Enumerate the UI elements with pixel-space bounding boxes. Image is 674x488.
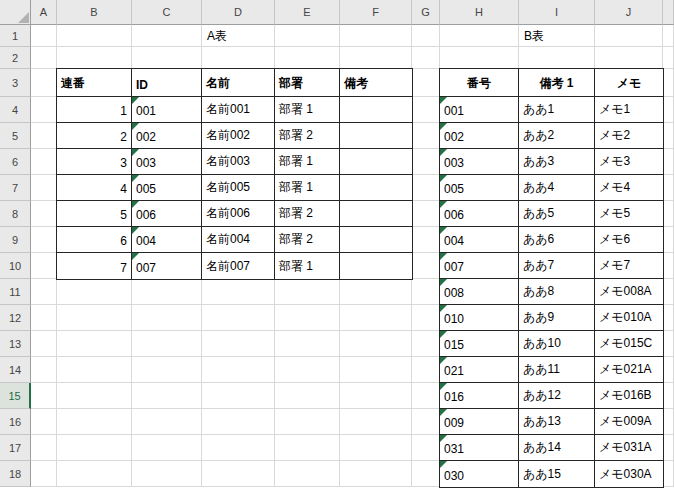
grid-cell[interactable] [275,357,340,383]
grid-cell[interactable] [663,279,674,305]
row-header-4[interactable]: 4 [0,97,31,123]
grid-cell[interactable] [31,409,57,435]
column-header-I[interactable]: I [519,0,595,25]
table-a-cell[interactable]: 3 [57,149,132,175]
row-header-17[interactable]: 17 [0,435,31,461]
grid-cell[interactable] [275,435,340,461]
grid-cell[interactable] [132,47,202,69]
row-header-16[interactable]: 16 [0,409,31,435]
grid-cell[interactable] [663,97,674,123]
grid-cell[interactable] [340,461,412,487]
table-a-cell[interactable]: 部署 1 [275,97,340,123]
grid-cell[interactable] [132,305,202,331]
row-header-9[interactable]: 9 [0,227,31,253]
table-b-cell[interactable]: ああ4 [519,175,595,201]
grid-cell[interactable] [663,253,674,279]
grid-cell[interactable] [202,409,275,435]
grid-cell[interactable] [31,461,57,487]
table-a-header-cell[interactable]: 部署 [275,69,340,97]
grid-cell[interactable] [595,25,663,47]
column-header-J[interactable]: J [595,0,663,25]
grid-cell[interactable] [412,435,440,461]
table-a-header-cell[interactable]: 連番 [57,69,132,97]
grid-cell[interactable] [202,383,275,409]
grid-cell[interactable] [663,69,674,97]
grid-cell[interactable] [440,47,519,69]
table-b-cell[interactable]: 001 [440,97,519,123]
grid-cell[interactable] [440,25,519,47]
table-b-cell[interactable]: ああ5 [519,201,595,227]
table-b-cell[interactable]: メモ015C [595,331,663,357]
table-a-cell[interactable]: 名前007 [202,253,275,279]
table-a-cell[interactable] [340,201,412,227]
grid-cell[interactable] [412,175,440,201]
table-b-cell[interactable]: メモ016B [595,383,663,409]
grid-cell[interactable] [519,47,595,69]
grid-cell[interactable] [340,331,412,357]
table-b-cell[interactable]: メモ4 [595,175,663,201]
table-b-cell[interactable]: 030 [440,461,519,487]
grid-cell[interactable] [31,25,57,47]
grid-cell[interactable] [340,409,412,435]
grid-cell[interactable] [412,47,440,69]
grid-cell[interactable] [663,305,674,331]
grid-cell[interactable] [275,279,340,305]
row-header-1[interactable]: 1 [0,25,31,47]
grid-cell[interactable] [412,253,440,279]
table-a-cell[interactable] [340,253,412,279]
row-header-6[interactable]: 6 [0,149,31,175]
grid-cell[interactable] [663,201,674,227]
grid-cell[interactable] [412,149,440,175]
grid-cell[interactable] [132,435,202,461]
table-b-cell[interactable]: メモ7 [595,253,663,279]
row-header-11[interactable]: 11 [0,279,31,305]
table-a-cell[interactable]: 7 [57,253,132,279]
grid-cell[interactable] [663,123,674,149]
grid-cell[interactable] [202,435,275,461]
column-header-D[interactable]: D [202,0,275,25]
table-b-cell[interactable]: 008 [440,279,519,305]
grid-cell[interactable] [340,47,412,69]
table-b-cell[interactable]: ああ1 [519,97,595,123]
grid-cell[interactable] [202,357,275,383]
grid-cell[interactable] [31,305,57,331]
table-b-cell[interactable]: ああ10 [519,331,595,357]
grid-cell[interactable] [31,69,57,97]
table-b-cell[interactable]: メモ030A [595,461,663,487]
grid-cell[interactable] [663,461,674,487]
grid-cell[interactable] [202,305,275,331]
grid-cell[interactable] [202,461,275,487]
table-a-cell[interactable]: 名前003 [202,149,275,175]
table-b-cell[interactable]: ああ15 [519,461,595,487]
grid-cell[interactable] [595,47,663,69]
column-header-C[interactable]: C [132,0,202,25]
grid-cell[interactable] [57,331,132,357]
grid-cell[interactable] [132,331,202,357]
grid-cell[interactable] [340,435,412,461]
grid-cell[interactable] [31,227,57,253]
grid-cell[interactable] [57,357,132,383]
grid-cell[interactable] [132,461,202,487]
grid-cell[interactable] [31,123,57,149]
table-b-cell[interactable]: 004 [440,227,519,253]
table-b-cell[interactable]: ああ7 [519,253,595,279]
column-header-partial[interactable] [663,0,674,25]
grid-cell[interactable] [31,383,57,409]
grid-cell[interactable] [275,305,340,331]
table-a-header-cell[interactable]: 備考 [340,69,412,97]
grid-cell[interactable] [412,25,440,47]
grid-cell[interactable] [31,279,57,305]
table-a-cell[interactable] [340,227,412,253]
grid-cell[interactable] [663,25,674,47]
table-a-cell[interactable]: 名前004 [202,227,275,253]
table-a-cell[interactable]: 004 [132,227,202,253]
table-a-header-cell[interactable]: ID [132,69,202,97]
table-b-cell[interactable]: 009 [440,409,519,435]
grid-cell[interactable] [132,409,202,435]
grid-cell[interactable] [57,435,132,461]
table-b-title[interactable]: B表 [520,25,544,47]
column-header-E[interactable]: E [275,0,340,25]
grid-cell[interactable] [57,25,132,47]
table-a-cell[interactable]: 4 [57,175,132,201]
grid-cell[interactable] [412,331,440,357]
